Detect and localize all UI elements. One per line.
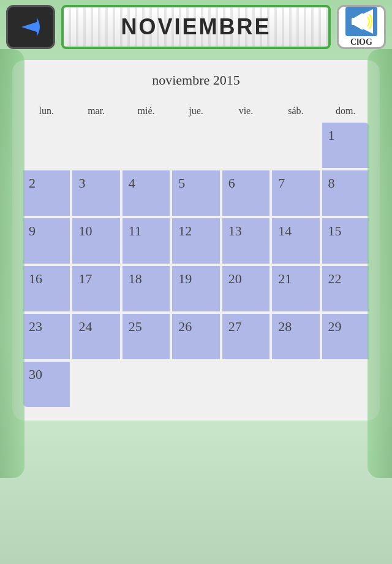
weekday-header-3: jue. — [171, 101, 221, 121]
day-cell-empty-0-0 — [21, 121, 71, 169]
day-cell-21[interactable]: 21 — [271, 265, 320, 313]
day-cell-empty-5-3 — [171, 360, 221, 408]
title-banner: NOVIEMBRE — [61, 5, 331, 49]
day-cell-29[interactable]: 29 — [321, 313, 371, 360]
day-cell-3[interactable]: 3 — [71, 169, 121, 217]
day-cell-22[interactable]: 22 — [321, 265, 371, 313]
weekday-header-6: dom. — [321, 101, 371, 121]
weekday-header-2: mié. — [121, 101, 171, 121]
day-cell-7[interactable]: 7 — [271, 169, 320, 217]
weekday-header-1: mar. — [71, 101, 121, 121]
back-arrow-icon — [15, 15, 46, 39]
day-cell-15[interactable]: 15 — [321, 217, 371, 265]
day-cell-30[interactable]: 30 — [21, 360, 71, 408]
calendar-grid: lun. mar. mié. jue. vie. sáb. dom. — [21, 101, 371, 121]
day-cell-1[interactable]: 1 — [321, 121, 371, 169]
day-cell-empty-5-5 — [271, 360, 320, 408]
day-cell-empty-5-6 — [321, 360, 371, 408]
day-cell-28[interactable]: 28 — [271, 313, 320, 360]
days-grid: 1234567891011121314151617181920212223242… — [21, 121, 371, 408]
calendar-container: noviembre 2015 lun. mar. mié. jue. vie. … — [12, 60, 380, 421]
day-cell-empty-5-4 — [221, 360, 271, 408]
weekday-header-0: lun. — [21, 101, 71, 121]
svg-rect-3 — [352, 18, 355, 25]
day-cell-16[interactable]: 16 — [21, 265, 71, 313]
day-cell-empty-0-1 — [71, 121, 121, 169]
blog-label: ClOG — [350, 37, 372, 47]
day-cell-empty-5-1 — [71, 360, 121, 408]
weekday-header-4: vie. — [221, 101, 271, 121]
day-cell-24[interactable]: 24 — [71, 313, 121, 360]
day-cell-23[interactable]: 23 — [21, 313, 71, 360]
day-cell-2[interactable]: 2 — [21, 169, 71, 217]
day-cell-13[interactable]: 13 — [221, 217, 271, 265]
day-cell-19[interactable]: 19 — [171, 265, 221, 313]
calendar-title: noviembre 2015 — [21, 72, 371, 88]
day-cell-empty-0-4 — [221, 121, 271, 169]
day-cell-20[interactable]: 20 — [221, 265, 271, 313]
day-cell-9[interactable]: 9 — [21, 217, 71, 265]
day-cell-8[interactable]: 8 — [321, 169, 371, 217]
page-title: NOVIEMBRE — [121, 14, 271, 40]
day-cell-14[interactable]: 14 — [271, 217, 320, 265]
day-cell-empty-0-2 — [121, 121, 171, 169]
header: NOVIEMBRE ClOG — [0, 0, 392, 54]
day-cell-10[interactable]: 10 — [71, 217, 121, 265]
day-cell-4[interactable]: 4 — [121, 169, 171, 217]
day-cell-27[interactable]: 27 — [221, 313, 271, 360]
day-cell-26[interactable]: 26 — [171, 313, 221, 360]
blog-button[interactable]: ClOG — [337, 5, 386, 49]
back-button[interactable] — [6, 5, 55, 49]
day-cell-5[interactable]: 5 — [171, 169, 221, 217]
day-cell-18[interactable]: 18 — [121, 265, 171, 313]
megaphone-icon — [345, 7, 377, 36]
day-cell-11[interactable]: 11 — [121, 217, 171, 265]
day-cell-empty-5-2 — [121, 360, 171, 408]
day-cell-empty-0-5 — [271, 121, 320, 169]
day-cell-6[interactable]: 6 — [221, 169, 271, 217]
weekday-header-5: sáb. — [271, 101, 320, 121]
day-cell-17[interactable]: 17 — [71, 265, 121, 313]
day-cell-empty-0-3 — [171, 121, 221, 169]
day-cell-12[interactable]: 12 — [171, 217, 221, 265]
day-cell-25[interactable]: 25 — [121, 313, 171, 360]
